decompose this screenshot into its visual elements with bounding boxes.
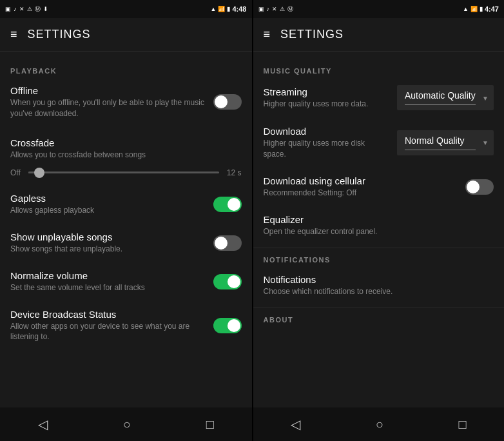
normalize-toggle[interactable] <box>213 274 242 289</box>
broadcast-toggle[interactable] <box>213 318 242 333</box>
download-dropdown[interactable]: Normal Quality <box>397 130 494 155</box>
streaming-dropdown[interactable]: Automatic Quality <box>397 85 494 110</box>
download-title: Download <box>264 126 390 137</box>
r-notification-icon-2: ♪ <box>267 6 270 12</box>
broadcast-title: Device Broadcast Status <box>10 309 206 320</box>
gapless-toggle[interactable] <box>213 197 242 212</box>
battery-icon: ▮ <box>227 6 230 12</box>
unplayable-toggle[interactable] <box>213 235 242 251</box>
gapless-title: Gapless <box>10 193 206 204</box>
broadcast-setting: Device Broadcast Status Allow other apps… <box>0 301 252 351</box>
gapless-subtitle: Allows gapless playback <box>10 205 206 216</box>
r-notification-icon-3: ✕ <box>272 6 277 12</box>
notification-icon-2: ♪ <box>14 6 17 12</box>
right-app-title: SETTINGS <box>280 28 344 41</box>
section-divider-2 <box>253 308 505 308</box>
section-divider-1 <box>253 248 505 248</box>
music-quality-section-header: MUSIC QUALITY <box>253 62 505 77</box>
normalize-setting: Normalize volume Set the same volume lev… <box>0 262 252 301</box>
right-nav-home[interactable]: ○ <box>360 412 399 437</box>
cellular-title: Download using cellular <box>264 175 458 186</box>
crossfade-min-label: Off <box>10 168 21 177</box>
left-bottom-nav: ◁ ○ □ <box>0 407 252 441</box>
left-nav-back[interactable]: ◁ <box>23 411 63 437</box>
left-nav-recent[interactable]: □ <box>191 412 229 437</box>
equalizer-title: Equalizer <box>264 214 487 225</box>
streaming-dropdown-value: Automatic Quality <box>405 90 476 101</box>
left-app-bar: ≡ SETTINGS <box>0 18 252 52</box>
r-wifi-icon: ▲ <box>463 6 469 12</box>
left-time: 4:48 <box>232 5 246 13</box>
left-content: PLAYBACK Offline When you go offline, yo… <box>0 52 252 407</box>
left-status-bar: ▣ ♪ ✕ ⚠ Ⓜ ⬇ ▲ 📶 ▮ 4:48 <box>0 0 252 18</box>
download-setting: Download Higher quality uses more disk s… <box>253 118 505 168</box>
moto-icon: Ⓜ <box>35 5 41 14</box>
notifications-setting[interactable]: Notifications Choose which notifications… <box>253 266 505 305</box>
crossfade-slider-thumb[interactable] <box>34 168 44 178</box>
playback-section-header: PLAYBACK <box>0 62 252 77</box>
right-bottom-nav: ◁ ○ □ <box>253 407 505 441</box>
normalize-toggle-knob <box>228 275 240 288</box>
left-menu-icon[interactable]: ≡ <box>10 28 17 41</box>
r-notification-icon-1: ▣ <box>258 6 264 12</box>
right-nav-back[interactable]: ◁ <box>275 411 316 437</box>
broadcast-subtitle: Allow other apps on your device to see w… <box>10 321 206 343</box>
notification-icon-3: ✕ <box>19 6 24 12</box>
right-status-bar: ▣ ♪ ✕ ⚠ Ⓜ ▲ 📶 ▮ 4:47 <box>253 0 505 18</box>
crossfade-subtitle: Allows you to crossfade between songs <box>10 150 234 161</box>
wifi-icon: ▲ <box>211 6 217 12</box>
crossfade-max-label: 12 s <box>227 168 242 177</box>
unplayable-toggle-knob <box>215 237 228 250</box>
notifications-section-header: NOTIFICATIONS <box>253 251 505 266</box>
broadcast-toggle-knob <box>228 319 240 332</box>
notifications-subtitle: Choose which notifications to receive. <box>264 286 487 297</box>
download-icon: ⬇ <box>43 6 48 12</box>
streaming-setting: Streaming Higher quality uses more data.… <box>253 77 505 118</box>
cellular-subtitle: Recommended Setting: Off <box>264 188 458 199</box>
unplayable-setting: Show unplayable songs Show songs that ar… <box>0 224 252 262</box>
offline-toggle-knob <box>215 95 228 108</box>
about-section-header: ABOUT <box>253 311 505 326</box>
download-subtitle: Higher quality uses more disk space. <box>264 138 390 160</box>
right-status-icons: ▣ ♪ ✕ ⚠ Ⓜ <box>258 5 294 14</box>
right-content: MUSIC QUALITY Streaming Higher quality u… <box>253 52 505 407</box>
streaming-subtitle: Higher quality uses more data. <box>264 99 390 110</box>
equalizer-setting[interactable]: Equalizer Open the equalizer control pan… <box>253 206 505 245</box>
r-warning-icon: ⚠ <box>280 6 285 12</box>
right-status-right: ▲ 📶 ▮ 4:47 <box>463 5 499 13</box>
offline-toggle[interactable] <box>213 94 242 110</box>
right-time: 4:47 <box>485 5 499 13</box>
gapless-setting: Gapless Allows gapless playback <box>0 185 252 224</box>
right-phone-panel: ▣ ♪ ✕ ⚠ Ⓜ ▲ 📶 ▮ 4:47 ≡ SETTINGS MUSIC QU… <box>253 0 505 441</box>
crossfade-title: Crossfade <box>10 137 234 148</box>
gapless-toggle-knob <box>228 198 240 211</box>
cellular-toggle-knob <box>467 181 480 193</box>
streaming-title: Streaming <box>264 86 390 97</box>
streaming-dropdown-line <box>405 104 476 105</box>
left-status-icons: ▣ ♪ ✕ ⚠ Ⓜ ⬇ <box>5 5 48 14</box>
notifications-title: Notifications <box>264 274 487 285</box>
right-menu-icon[interactable]: ≡ <box>264 28 271 41</box>
download-dropdown-line <box>405 150 476 150</box>
crossfade-slider-track[interactable] <box>28 172 219 173</box>
crossfade-slider-row: Off 12 s <box>0 166 252 185</box>
crossfade-setting: Crossfade Allows you to crossfade betwee… <box>0 127 252 166</box>
r-battery-icon: ▮ <box>480 6 483 12</box>
r-moto-icon: Ⓜ <box>287 5 293 14</box>
r-signal-icon: 📶 <box>470 6 478 12</box>
cellular-toggle[interactable] <box>465 179 494 195</box>
offline-title: Offline <box>10 85 206 96</box>
left-status-right: ▲ 📶 ▮ 4:48 <box>211 5 247 13</box>
signal-icon: 📶 <box>218 6 225 12</box>
cellular-setting: Download using cellular Recommended Sett… <box>253 168 505 206</box>
normalize-subtitle: Set the same volume level for all tracks <box>10 282 206 293</box>
left-nav-home[interactable]: ○ <box>108 412 146 437</box>
unplayable-subtitle: Show songs that are unplayable. <box>10 244 206 255</box>
offline-setting: Offline When you go offline, you'll only… <box>0 77 252 127</box>
download-dropdown-value: Normal Quality <box>405 135 465 146</box>
notification-icon-1: ▣ <box>5 6 11 12</box>
offline-subtitle: When you go offline, you'll only be able… <box>10 97 206 119</box>
right-nav-recent[interactable]: □ <box>443 412 482 437</box>
left-app-title: SETTINGS <box>28 28 91 41</box>
normalize-title: Normalize volume <box>10 270 206 281</box>
